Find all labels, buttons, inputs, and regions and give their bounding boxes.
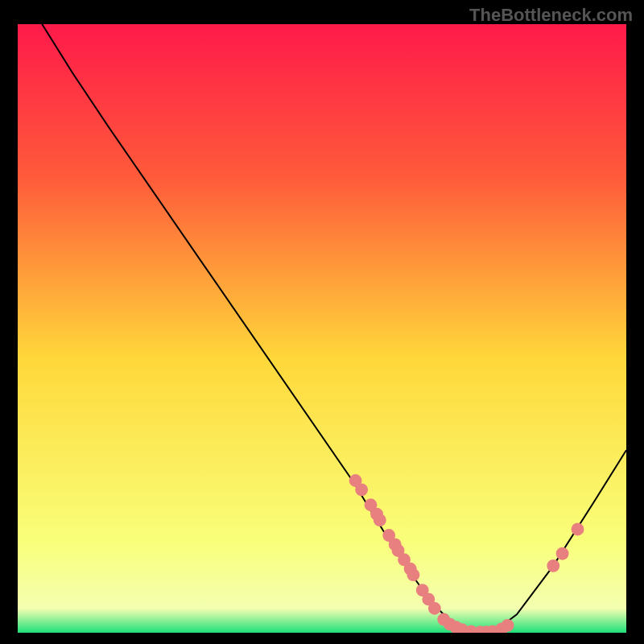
chart-svg — [18, 24, 626, 633]
data-point — [428, 602, 441, 615]
data-point — [407, 568, 419, 581]
data-point — [556, 547, 569, 560]
chart-background — [18, 24, 626, 633]
data-point — [502, 619, 514, 632]
chart-container — [18, 24, 626, 633]
watermark-text: TheBottleneck.com — [469, 5, 633, 26]
data-point — [355, 483, 368, 496]
data-point — [374, 514, 386, 526]
data-point — [572, 523, 584, 536]
data-point — [547, 559, 559, 572]
